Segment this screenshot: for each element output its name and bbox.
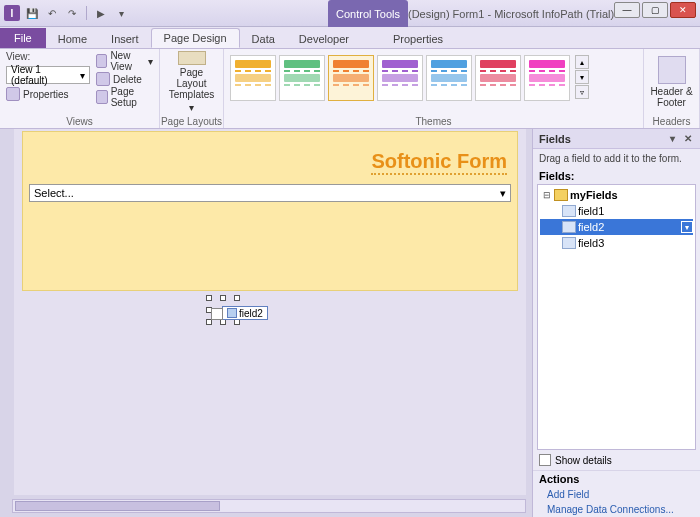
pane-close-icon[interactable]: ✕	[682, 133, 694, 145]
theme-swatch[interactable]	[524, 55, 570, 101]
chevron-down-icon: ▾	[189, 102, 194, 113]
save-icon[interactable]: 💾	[24, 5, 40, 21]
scrollbar-thumb[interactable]	[15, 501, 220, 511]
group-views: View: View 1 (default)▾ Properties New V…	[0, 49, 160, 128]
field-icon	[562, 221, 576, 233]
view-combo[interactable]: View 1 (default)▾	[6, 66, 90, 84]
theme-swatch[interactable]	[279, 55, 325, 101]
show-details-row[interactable]: Show details	[533, 450, 700, 470]
fields-hint: Drag a field to add it to the form.	[533, 149, 700, 168]
tab-page-design[interactable]: Page Design	[151, 28, 240, 48]
window-controls: — ▢ ✕	[614, 2, 696, 18]
page-setup-label: Page Setup	[111, 86, 153, 108]
gallery-more-icon[interactable]: ▿	[575, 85, 589, 99]
tree-item-field1[interactable]: field1	[540, 203, 693, 219]
fields-label: Fields:	[533, 168, 700, 184]
ribbon-tabs: File Home Insert Page Design Data Develo…	[0, 27, 700, 49]
show-details-label: Show details	[555, 455, 612, 466]
maximize-button[interactable]: ▢	[642, 2, 668, 18]
field-tag[interactable]: field2	[222, 306, 268, 320]
window-title: (Design) Form1 - Microsoft InfoPath (Tri…	[408, 0, 614, 27]
tab-properties[interactable]: Properties	[381, 30, 455, 48]
new-view-icon	[96, 54, 107, 68]
folder-icon	[554, 189, 568, 201]
theme-swatch[interactable]	[475, 55, 521, 101]
tab-home[interactable]: Home	[46, 30, 99, 48]
group-label-page-layouts: Page Layouts	[160, 116, 223, 127]
tree-item-label: field3	[578, 237, 604, 249]
tree-item-field3[interactable]: field3	[540, 235, 693, 251]
show-details-checkbox[interactable]	[539, 454, 551, 466]
fields-pane-title: Fields	[539, 133, 571, 145]
redo-icon[interactable]: ↷	[64, 5, 80, 21]
quick-access-toolbar: I 💾 ↶ ↷ ▶ ▾	[0, 5, 129, 21]
delete-button[interactable]: Delete	[96, 71, 153, 87]
field-icon	[562, 205, 576, 217]
add-field-link[interactable]: Add Field	[533, 487, 700, 502]
tab-developer[interactable]: Developer	[287, 30, 361, 48]
tab-data[interactable]: Data	[240, 30, 287, 48]
theme-swatch[interactable]	[426, 55, 472, 101]
view-label: View:	[6, 51, 90, 62]
chevron-down-icon: ▾	[148, 56, 153, 67]
horizontal-scrollbar[interactable]	[12, 499, 526, 513]
select-dropdown[interactable]: Select... ▾	[29, 184, 511, 202]
tree-root-label: myFields	[570, 189, 618, 201]
field-dropdown-icon[interactable]: ▾	[681, 221, 693, 233]
chevron-down-icon: ▾	[500, 187, 506, 200]
field-icon	[562, 237, 576, 249]
delete-label: Delete	[113, 74, 142, 85]
theme-swatch[interactable]	[328, 55, 374, 101]
group-themes: ▴▾▿ Themes	[224, 49, 644, 128]
gallery-up-icon[interactable]: ▴	[575, 55, 589, 69]
header-footer-button[interactable]: Header & Footer	[650, 51, 693, 113]
group-label-views: Views	[0, 116, 159, 127]
field-tag-label: field2	[239, 308, 263, 319]
new-view-label: New View	[110, 50, 145, 72]
tab-file[interactable]: File	[0, 28, 46, 48]
fields-pane: Fields ▾ ✕ Drag a field to add it to the…	[532, 129, 700, 517]
page-layout-templates-label: Page Layout Templates	[166, 67, 217, 100]
gallery-down-icon[interactable]: ▾	[575, 70, 589, 84]
properties-icon	[6, 87, 20, 101]
ribbon: View: View 1 (default)▾ Properties New V…	[0, 49, 700, 129]
tab-insert[interactable]: Insert	[99, 30, 151, 48]
themes-gallery[interactable]: ▴▾▿	[230, 51, 637, 101]
page-setup-icon	[96, 90, 108, 104]
undo-icon[interactable]: ↶	[44, 5, 60, 21]
work-area: Softonic Form Select... ▾ field2 Fields	[0, 129, 700, 517]
chevron-down-icon: ▾	[80, 70, 85, 81]
design-canvas[interactable]: Softonic Form Select... ▾ field2	[14, 129, 526, 495]
qat-customize-icon[interactable]: ▾	[113, 5, 129, 21]
fields-tree[interactable]: ⊟ myFields field1 field2 ▾ field3	[537, 184, 696, 450]
page-layout-templates-button[interactable]: Page Layout Templates ▾	[166, 51, 217, 113]
collapse-icon[interactable]: ⊟	[542, 190, 552, 200]
tree-root[interactable]: ⊟ myFields	[540, 187, 693, 203]
page-layout-icon	[178, 51, 206, 65]
field-icon	[227, 308, 237, 318]
minimize-button[interactable]: —	[614, 2, 640, 18]
form-surface[interactable]: Softonic Form Select... ▾	[22, 131, 518, 291]
title-bar: I 💾 ↶ ↷ ▶ ▾ Control Tools (Design) Form1…	[0, 0, 700, 27]
theme-swatch[interactable]	[230, 55, 276, 101]
page-setup-button[interactable]: Page Setup	[96, 89, 153, 105]
manage-connections-link[interactable]: Manage Data Connections...	[533, 502, 700, 517]
group-label-headers: Headers	[644, 116, 699, 127]
select-placeholder-text: Select...	[34, 187, 74, 199]
fields-pane-header: Fields ▾ ✕	[533, 129, 700, 149]
close-button[interactable]: ✕	[670, 2, 696, 18]
group-label-themes: Themes	[224, 116, 643, 127]
properties-button[interactable]: Properties	[6, 86, 90, 102]
preview-icon[interactable]: ▶	[93, 5, 109, 21]
app-icon[interactable]: I	[4, 5, 20, 21]
form-title[interactable]: Softonic Form	[371, 150, 507, 175]
pane-menu-icon[interactable]: ▾	[666, 133, 678, 145]
new-view-button[interactable]: New View ▾	[96, 53, 153, 69]
delete-icon	[96, 72, 110, 86]
design-canvas-pane: Softonic Form Select... ▾ field2	[0, 129, 532, 517]
group-page-layouts: Page Layout Templates ▾ Page Layouts	[160, 49, 224, 128]
control-tools-contextual-tab: Control Tools	[328, 0, 408, 27]
tree-item-field2[interactable]: field2 ▾	[540, 219, 693, 235]
properties-label: Properties	[23, 89, 69, 100]
theme-swatch[interactable]	[377, 55, 423, 101]
